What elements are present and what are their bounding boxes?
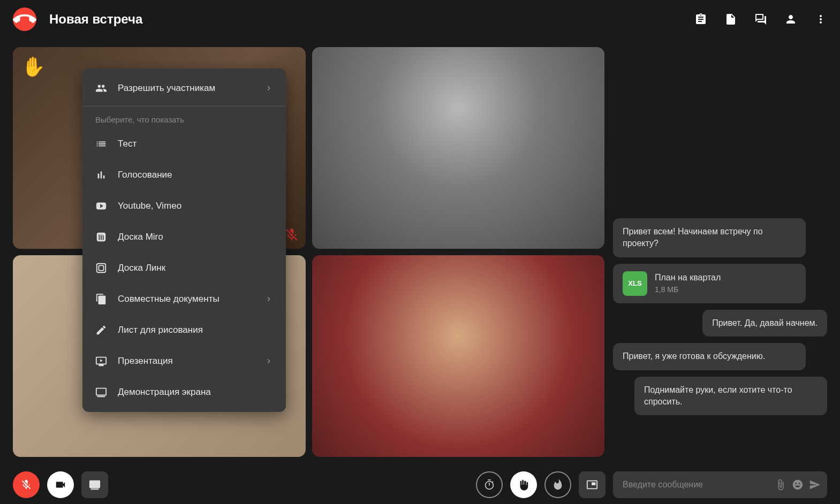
mic-muted-icon (284, 227, 299, 242)
emoji-icon[interactable] (792, 479, 804, 491)
menu-item-label: Тест (118, 139, 137, 149)
mic-toggle-button[interactable] (13, 471, 40, 498)
menu-hint-text: Выберите, что показать (82, 109, 286, 128)
chat-message: Поднимайте руки, если хотите что-то спро… (634, 377, 827, 416)
youtube-icon (95, 200, 107, 212)
menu-test[interactable]: Тест (82, 128, 286, 159)
list-icon (95, 138, 107, 150)
menu-item-label: Доска Линк (118, 263, 165, 273)
chevron-right-icon (264, 295, 273, 303)
reactions-button[interactable] (544, 471, 571, 498)
bottom-toolbar (0, 465, 840, 504)
chat-input[interactable] (623, 480, 769, 490)
bar-chart-icon (95, 169, 107, 181)
fire-icon (552, 479, 564, 491)
chat-message: Привет всем! Начинаем встречу по проекту… (613, 218, 806, 257)
pip-icon (586, 479, 598, 491)
file-type-badge: XLS (623, 271, 647, 296)
timer-button[interactable] (476, 471, 503, 498)
chat-file-message[interactable]: XLS План на квартал 1,8 МБ (613, 264, 806, 303)
menu-screen-share[interactable]: Демонстрация экрана (82, 377, 286, 408)
menu-poll[interactable]: Голосование (82, 159, 286, 190)
video-grid: ✋ Разрешить участникам Выберите, что пок… (13, 47, 604, 457)
video-tile-4[interactable] (312, 255, 605, 457)
meeting-title: Новая встреча (49, 12, 142, 27)
screen-share-icon (95, 386, 107, 398)
file-name: План на квартал (655, 272, 721, 284)
phone-hangup-icon (13, 7, 36, 31)
menu-link-board[interactable]: Доска Линк (82, 253, 286, 284)
presentation-icon (95, 355, 107, 367)
chat-panel: Привет всем! Начинаем встречу по проекту… (613, 47, 827, 457)
hand-icon (518, 479, 529, 491)
menu-item-label: Youtube, Vimeo (118, 201, 181, 211)
group-icon (95, 82, 107, 94)
notes-icon[interactable] (694, 13, 707, 26)
menu-presentation[interactable]: Презентация (82, 346, 286, 377)
header-toolbar (694, 13, 827, 26)
chat-message: Привет, я уже готова к обсуждению. (613, 343, 806, 370)
send-icon[interactable] (809, 479, 821, 491)
menu-drawing[interactable]: Лист для рисования (82, 315, 286, 346)
layout-button[interactable] (579, 471, 606, 498)
menu-item-label: Презентация (118, 356, 173, 366)
participants-icon[interactable] (784, 13, 797, 26)
menu-item-label: Голосование (118, 170, 172, 180)
menu-item-label: Доска Miro (118, 232, 163, 242)
link-board-icon (95, 262, 107, 274)
camera-toggle-button[interactable] (47, 471, 74, 498)
pencil-icon (95, 324, 107, 336)
share-content-menu: Разрешить участникам Выберите, что показ… (82, 68, 286, 412)
chevron-right-icon (264, 84, 273, 93)
more-vert-icon[interactable] (814, 13, 827, 26)
chat-input-container (613, 471, 827, 498)
menu-item-label: Разрешить участникам (118, 83, 215, 94)
menu-allow-participants[interactable]: Разрешить участникам (82, 73, 286, 104)
timer-icon (483, 479, 495, 491)
menu-item-label: Лист для рисования (118, 325, 203, 335)
miro-icon (95, 231, 107, 243)
raise-hand-button[interactable] (510, 471, 537, 498)
svg-rect-2 (97, 264, 106, 273)
menu-item-label: Демонстрация экрана (118, 387, 211, 398)
monitor-icon (89, 479, 101, 491)
end-call-button[interactable] (13, 7, 36, 31)
docs-icon (95, 293, 107, 305)
menu-miro[interactable]: Доска Miro (82, 222, 286, 253)
attach-icon[interactable] (775, 479, 786, 491)
svg-rect-3 (99, 265, 103, 270)
raised-hand-icon: ✋ (21, 56, 46, 78)
chat-icon[interactable] (754, 13, 767, 26)
file-size: 1,8 МБ (655, 285, 721, 295)
header-bar: Новая встреча (0, 0, 840, 39)
menu-shared-docs[interactable]: Совместные документы (82, 284, 286, 315)
chevron-right-icon (264, 357, 273, 365)
menu-item-label: Совместные документы (118, 294, 220, 304)
menu-separator (82, 106, 286, 106)
video-tile-2[interactable] (312, 47, 605, 249)
main-area: ✋ Разрешить участникам Выберите, что пок… (0, 39, 840, 465)
share-screen-toolbar-button[interactable] (81, 471, 108, 498)
menu-youtube-vimeo[interactable]: Youtube, Vimeo (82, 190, 286, 222)
camera-icon (55, 479, 66, 491)
mic-off-icon (20, 479, 32, 491)
document-icon[interactable] (724, 13, 737, 26)
chat-message: Привет. Да, давай начнем. (702, 310, 827, 337)
